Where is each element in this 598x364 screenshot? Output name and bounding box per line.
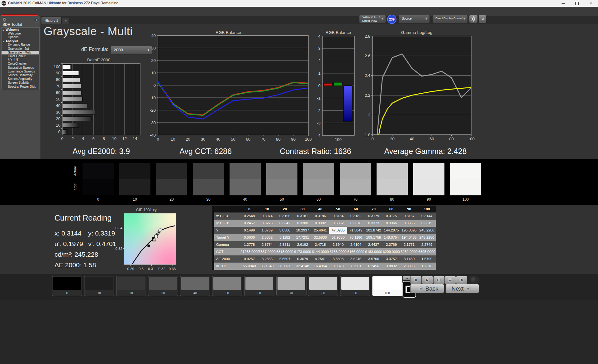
table-cell[interactable]: 17.7231 [294, 234, 311, 241]
table-cell[interactable]: 0.3382 [311, 220, 329, 227]
sidebar-item-color-gamut[interactable]: Color Gamut [2, 54, 39, 58]
table-cell[interactable]: 6867.0000 [258, 248, 276, 255]
table-cell[interactable]: 0.3184 [329, 212, 347, 220]
table-cell[interactable]: 0.9257 [240, 255, 258, 263]
settings-button[interactable] [469, 15, 478, 23]
toolbar-collapse-button[interactable]: ◀ [478, 15, 486, 23]
table-cell[interactable]: 3.2366 [258, 255, 276, 263]
table-cell[interactable]: 2.6192 [294, 241, 311, 248]
table-cell[interactable]: 245.2280 [418, 227, 436, 234]
table-cell[interactable]: 71.5849 [347, 227, 365, 234]
close-button[interactable]: × [584, 0, 598, 7]
table-cell[interactable]: 1.2316 [418, 263, 436, 270]
table-cell[interactable]: 0.3144 [418, 212, 436, 220]
de-formula-select[interactable]: 2000 ▼ [111, 46, 152, 54]
patch-button-10[interactable]: 10 [84, 276, 114, 296]
table-cell[interactable]: 78.1166 [347, 234, 365, 241]
table-cell[interactable]: 0.3366 [382, 220, 400, 227]
chevron-down-icon[interactable]: ▼ [424, 17, 429, 21]
table-cell[interactable]: 5.5607 [276, 255, 294, 263]
sidebar-item-grayscale-multi[interactable]: Grayscale - Multi [2, 51, 39, 54]
table-cell[interactable]: 25.4641 [311, 227, 329, 234]
next-button[interactable]: Next» [445, 284, 479, 293]
table-cell[interactable]: 55.0040 [240, 263, 258, 270]
table-cell[interactable]: 3.6246 [347, 255, 365, 263]
sidebar-item-screen-stability[interactable]: Screen Stability [2, 81, 39, 85]
table-cell[interactable]: 6395.0000 [418, 248, 436, 255]
patch-button-40[interactable]: 40 [180, 276, 210, 296]
table-cell[interactable]: 8.1182 [276, 234, 294, 241]
table-cell[interactable]: 0.3156 [276, 212, 294, 220]
table-cell[interactable]: 3.8832 [382, 263, 400, 270]
table-cell[interactable]: 3.5700 [365, 255, 382, 263]
patch-button-100[interactable]: 100 [372, 276, 402, 296]
table-cell[interactable]: 2.4718 [311, 241, 329, 248]
table-cell[interactable]: 0.3342 [276, 220, 294, 227]
table-cell[interactable]: 21253.0000 [240, 248, 258, 255]
sidebar-collapse-button[interactable]: ◀ [34, 17, 39, 23]
table-cell[interactable]: 194.0485 [400, 234, 418, 241]
chevron-down-icon[interactable]: ▼ [380, 17, 385, 21]
meter-count-badge[interactable]: 239 [387, 15, 396, 24]
table-cell[interactable]: 0.3167 [400, 212, 418, 220]
table-cell[interactable]: 0.0000 [240, 234, 258, 241]
patch-button-60[interactable]: 60 [244, 276, 274, 296]
patch-button-0[interactable]: 0 [52, 276, 82, 296]
table-cell[interactable]: 0.3378 [347, 220, 365, 227]
sidebar-item-3d-lut[interactable]: 3D LUT [2, 58, 39, 62]
sidebar-item-options[interactable]: Options [2, 35, 39, 39]
table-cell[interactable]: 2.5332 [258, 234, 276, 241]
table-cell[interactable]: 1.2778 [240, 241, 258, 248]
sidebar-item-saturation-sweeps[interactable]: Saturation Sweeps [2, 66, 39, 70]
back-button[interactable]: «Back [410, 284, 444, 293]
table-cell[interactable]: 2.3769 [382, 241, 400, 248]
table-cell[interactable]: 2.8896 [400, 263, 418, 270]
table-cell[interactable]: 6173.0000 [294, 248, 311, 255]
patch-button-50[interactable]: 50 [212, 276, 242, 296]
table-cell[interactable]: 0.2548 [240, 212, 258, 220]
stop-button[interactable]: ■ [410, 276, 422, 284]
table-cell[interactable]: 7.2961 [347, 263, 365, 270]
table-cell[interactable]: 6.2456 [365, 263, 382, 270]
meter-dropdown[interactable]: X-Rite i1Pro 2 Direct View ▼ [359, 15, 386, 23]
patch-button-70[interactable]: 70 [276, 276, 306, 296]
table-cell[interactable]: 101.8742 [365, 227, 382, 234]
play-button[interactable]: ▶ [422, 276, 433, 284]
table-cell[interactable]: 0.3186 [311, 212, 329, 220]
table-cell[interactable]: 52.9350 [329, 234, 347, 241]
sidebar-item-welcome[interactable]: Welcome [2, 32, 39, 35]
table-cell[interactable]: 10.2937 [294, 227, 311, 234]
table-cell[interactable]: 0.3225 [258, 220, 276, 227]
table-cell[interactable]: 47.0935 [329, 227, 347, 234]
table-cell[interactable]: 8.9378 [329, 263, 347, 270]
table-cell[interactable]: 0.3074 [258, 212, 276, 220]
sidebar-section-analysis[interactable]: ◢Analysis [2, 39, 39, 43]
table-cell[interactable]: 0.3355 [400, 220, 418, 227]
sidebar-item-spectral-power-dist-[interactable]: Spectral Power Dist. [2, 85, 39, 89]
table-cell[interactable]: 2.5811 [276, 241, 294, 248]
sidebar-section-welcome[interactable]: ◢Welcome [2, 28, 39, 32]
tab-history-1[interactable]: History 1 [41, 17, 62, 24]
table-cell[interactable]: 1.0769 [258, 227, 276, 234]
table-cell[interactable]: 35.1549 [258, 263, 276, 270]
patch-button-30[interactable]: 30 [148, 276, 178, 296]
table-cell[interactable]: 0.3181 [294, 212, 311, 220]
sidebar-item-screen-angularity[interactable]: Screen Angularity [2, 77, 39, 81]
table-cell[interactable]: 0.3319 [418, 220, 436, 227]
table-cell[interactable]: 3.8500 [276, 227, 294, 234]
table-cell[interactable]: 2.4104 [347, 241, 365, 248]
patch-button-80[interactable]: 80 [308, 276, 338, 296]
table-cell[interactable]: 6144.0000 [311, 248, 329, 255]
sidebar-item-screen-uniformity[interactable]: Screen Uniformity [2, 73, 39, 77]
source-dropdown[interactable]: Source ▼ [399, 15, 430, 23]
table-cell[interactable]: 6.3079 [294, 255, 311, 263]
table-cell[interactable]: 6153.0000 [329, 248, 347, 255]
table-cell[interactable]: 6252.0000 [400, 248, 418, 255]
table-cell[interactable]: 2.3940 [329, 241, 347, 248]
table-cell[interactable]: 0.2457 [240, 220, 258, 227]
table-cell[interactable]: 6183.0000 [365, 248, 382, 255]
patch-button-20[interactable]: 20 [116, 276, 146, 296]
display-control-dropdown[interactable]: Direct Display Control ▼ [432, 15, 468, 23]
table-cell[interactable]: 3.8393 [329, 255, 347, 263]
table-cell[interactable]: 32.4148 [294, 263, 311, 270]
